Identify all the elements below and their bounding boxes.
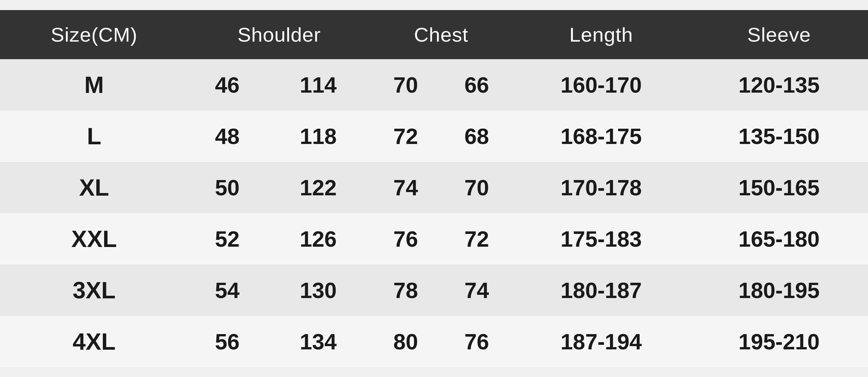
cell-chest1: 74: [370, 162, 441, 213]
cell-sleeve: 195-210: [690, 316, 868, 367]
cell-chest2: 68: [441, 110, 512, 162]
cell-sleeve: 135-150: [690, 110, 868, 162]
cell-chest1: 78: [370, 265, 441, 316]
cell-length: 170-178: [512, 162, 690, 213]
cell-shoulder1: 48: [188, 110, 266, 162]
cell-size: M: [0, 59, 188, 110]
cell-shoulder1: 52: [188, 213, 266, 265]
cell-shoulder2: 122: [267, 162, 370, 213]
cell-sleeve: 165-180: [690, 213, 868, 265]
cell-length: 180-187: [512, 265, 690, 316]
table-row: L481187268168-175135-150: [0, 110, 868, 162]
size-chart-container: Size(CM) Shoulder Chest Length Sleeve M4…: [0, 0, 868, 377]
cell-length: 160-170: [512, 59, 690, 110]
cell-shoulder2: 130: [267, 265, 370, 316]
header-length: Length: [512, 10, 690, 59]
header-shoulder1: Shoulder: [188, 10, 370, 59]
cell-chest2: 74: [441, 265, 512, 316]
table-row: XXL521267672175-183165-180: [0, 213, 868, 265]
cell-length: 175-183: [512, 213, 690, 265]
cell-chest2: 70: [441, 162, 512, 213]
cell-chest1: 80: [370, 316, 441, 367]
cell-size: XXL: [0, 213, 188, 265]
cell-size: 4XL: [0, 316, 188, 367]
cell-chest2: 66: [441, 59, 512, 110]
cell-chest2: 76: [441, 316, 512, 367]
cell-shoulder2: 126: [267, 213, 370, 265]
cell-sleeve: 150-165: [690, 162, 868, 213]
size-chart-table: Size(CM) Shoulder Chest Length Sleeve M4…: [0, 10, 868, 367]
cell-shoulder1: 54: [188, 265, 266, 316]
cell-size: L: [0, 110, 188, 162]
cell-shoulder2: 118: [267, 110, 370, 162]
cell-shoulder2: 134: [267, 316, 370, 367]
table-row: M461147066160-170120-135: [0, 59, 868, 110]
table-row: 3XL541307874180-187180-195: [0, 265, 868, 316]
cell-chest2: 72: [441, 213, 512, 265]
header-size: Size(CM): [0, 10, 188, 59]
cell-shoulder1: 46: [188, 59, 266, 110]
table-row: 4XL561348076187-194195-210: [0, 316, 868, 367]
header-sleeve: Sleeve: [690, 10, 868, 59]
cell-chest1: 72: [370, 110, 441, 162]
cell-sleeve: 180-195: [690, 265, 868, 316]
cell-sleeve: 120-135: [690, 59, 868, 110]
cell-size: XL: [0, 162, 188, 213]
cell-size: 3XL: [0, 265, 188, 316]
table-row: XL501227470170-178150-165: [0, 162, 868, 213]
cell-length: 168-175: [512, 110, 690, 162]
cell-shoulder1: 56: [188, 316, 266, 367]
cell-shoulder2: 114: [267, 59, 370, 110]
cell-chest1: 76: [370, 213, 441, 265]
cell-shoulder1: 50: [188, 162, 266, 213]
table-header-row: Size(CM) Shoulder Chest Length Sleeve: [0, 10, 868, 59]
cell-chest1: 70: [370, 59, 441, 110]
header-chest1: Chest: [370, 10, 513, 59]
cell-length: 187-194: [512, 316, 690, 367]
